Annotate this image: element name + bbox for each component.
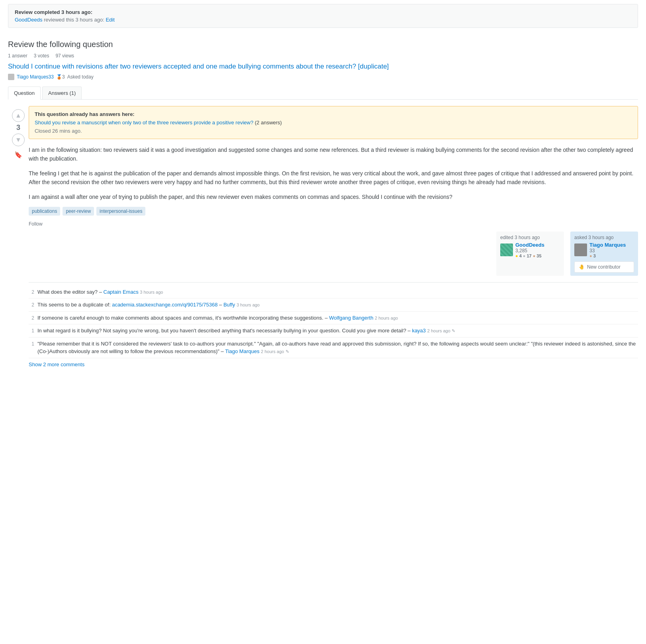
comment-vote-1: 2	[29, 288, 34, 296]
comment-edit-4[interactable]: ✎	[452, 328, 455, 333]
new-contributor-label: New contributor	[587, 264, 621, 270]
comment-vote-5: 1	[29, 340, 34, 355]
comment-3: 2 If someone is careful enough to make c…	[29, 312, 638, 325]
asked-user-info: Tiago Marques 33 ●3	[589, 242, 626, 258]
asked-avatar	[574, 243, 587, 256]
tab-answers[interactable]: Answers (1)	[42, 86, 82, 99]
question-meta: 1 answer 3 votes 97 views	[8, 53, 638, 59]
comments-section: 2 What does the editor say? – Captain Em…	[29, 282, 638, 367]
duplicate-notice: This question already has answers here: …	[29, 106, 638, 139]
comment-body-5: "Please remember that it is NOT consider…	[37, 340, 638, 355]
tag-peer-review[interactable]: peer-review	[63, 207, 94, 216]
tabs: Question Answers (1)	[8, 86, 638, 100]
gold-badge-icon: ●	[515, 253, 518, 258]
asker-bronze: 🥉3	[56, 74, 65, 80]
main-post-area: ▲ 3 ▼ 🔖 This question already has answer…	[8, 106, 638, 367]
comment-body-2: This seems to be a duplicate of: academi…	[37, 301, 638, 309]
asked-bronze-badge-icon: ●	[589, 253, 592, 258]
new-contributor-icon: 🤚	[579, 264, 585, 270]
tags: publications peer-review interpersonal-i…	[29, 207, 638, 216]
comment-body-4: In what regard is it bullying? Not sayin…	[37, 327, 638, 335]
view-count: 97 views	[55, 53, 74, 59]
comment-vote-2: 2	[29, 301, 34, 309]
asker-name-link[interactable]: Tiago Marques33	[17, 74, 54, 80]
review-banner-detail: GoodDeeds reviewed this 3 hours ago: Edi…	[15, 17, 631, 23]
comment-link-2[interactable]: academia.stackexchange.com/q/90175/75368	[112, 302, 217, 308]
tag-interpersonal-issues[interactable]: interpersonal-issues	[96, 207, 145, 216]
duplicate-notice-link-row: Should you revise a manuscript when only…	[35, 120, 632, 126]
asked-action: asked 3 hours ago	[574, 235, 634, 240]
edited-rep-value: 3,285	[515, 248, 527, 253]
asker-rep: 33	[49, 74, 54, 80]
comment-2: 2 This seems to be a duplicate of: acade…	[29, 298, 638, 312]
post-para-3: I am against a wall after one year of tr…	[29, 192, 638, 201]
review-detail-middle: reviewed this 3 hours ago:	[44, 17, 106, 23]
page-content: Review the following question 1 answer 3…	[0, 32, 646, 375]
show-more-comments[interactable]: Show 2 more comments	[29, 361, 638, 367]
closed-info: Closed 26 mins ago.	[35, 128, 632, 134]
post-signatures: edited 3 hours ago GoodDeeds 3,285 ●4 ●1…	[29, 232, 638, 276]
asked-sig-box: asked 3 hours ago Tiago Marques 33 ●3	[570, 232, 638, 276]
edited-user-info: GoodDeeds 3,285 ●4 ●17 ●35	[515, 242, 544, 258]
bronze-badge-icon: ●	[533, 253, 536, 258]
upvote-button[interactable]: ▲	[12, 109, 25, 122]
comment-body-1: What does the editor say? – Captain Emac…	[37, 288, 638, 296]
post-vote-count: 3	[16, 124, 20, 132]
asker-name: Tiago Marques	[17, 74, 49, 80]
comment-4: 1 In what regard is it bullying? Not say…	[29, 324, 638, 338]
asker-avatar	[8, 74, 14, 80]
comment-vote-3: 2	[29, 314, 34, 322]
silver-badge-icon: ●	[523, 253, 526, 258]
comment-author-5[interactable]: Tiago Marques	[225, 348, 259, 354]
vote-column: ▲ 3 ▼ 🔖	[8, 106, 29, 367]
post-actions: Follow	[29, 221, 638, 227]
post-para-2: The feeling I get that he is against the…	[29, 169, 638, 187]
asked-badges: ●3	[589, 253, 626, 258]
asked-user-link[interactable]: Tiago Marques	[589, 242, 626, 248]
review-banner: Review completed 3 hours ago: GoodDeeds …	[8, 4, 638, 28]
new-contributor-badge: 🤚 New contributor	[574, 261, 634, 273]
tag-publications[interactable]: publications	[29, 207, 60, 216]
post-para-1: I am in the following situation: two rev…	[29, 145, 638, 163]
comment-author-4[interactable]: kaya3	[412, 328, 426, 334]
asked-rep-value: 33	[589, 248, 595, 253]
asker-info: Tiago Marques33 🥉3 Asked today	[8, 74, 638, 80]
reviewer-link[interactable]: GoodDeeds	[15, 17, 42, 23]
edited-action: edited 3 hours ago	[500, 235, 560, 240]
edited-sig-box: edited 3 hours ago GoodDeeds 3,285 ●4 ●1…	[496, 232, 564, 276]
comment-edit-5[interactable]: ✎	[286, 349, 289, 354]
comment-author-1[interactable]: Captain Emacs	[104, 289, 139, 295]
follow-link[interactable]: Follow	[29, 221, 43, 227]
tab-question[interactable]: Question	[8, 86, 41, 100]
duplicate-notice-title: This question already has answers here:	[35, 111, 632, 117]
review-action-link[interactable]: Edit	[106, 17, 114, 23]
edited-user-link[interactable]: GoodDeeds	[515, 242, 544, 248]
edited-badges: ●4 ●17 ●35	[515, 253, 544, 258]
post-body: I am in the following situation: two rev…	[29, 145, 638, 201]
comment-author-3[interactable]: Wolfgang Bangerth	[329, 315, 373, 321]
comment-1: 2 What does the editor say? – Captain Em…	[29, 286, 638, 299]
duplicate-link[interactable]: Should you revise a manuscript when only…	[35, 120, 253, 126]
downvote-button[interactable]: ▼	[12, 134, 25, 146]
asked-rep: 33 ●3	[589, 248, 626, 258]
asked-user: Tiago Marques 33 ●3	[574, 242, 634, 258]
duplicate-suffix: (2 answers)	[253, 120, 282, 126]
post-content: This question already has answers here: …	[29, 106, 638, 367]
bookmark-button[interactable]: 🔖	[14, 151, 22, 159]
question-title-link[interactable]: Should I continue with revisions after t…	[8, 63, 638, 71]
vote-count-meta: 3 votes	[34, 53, 49, 59]
comment-5: 1 "Please remember that it is NOT consid…	[29, 338, 638, 358]
comment-author-2[interactable]: Buffy	[223, 302, 235, 308]
edited-avatar	[500, 243, 513, 256]
edited-rep: 3,285 ●4 ●17 ●35	[515, 248, 544, 258]
comment-body-3: If someone is careful enough to make com…	[37, 314, 638, 322]
page-title: Review the following question	[8, 40, 638, 49]
review-banner-title: Review completed 3 hours ago:	[15, 9, 631, 15]
edited-user: GoodDeeds 3,285 ●4 ●17 ●35	[500, 242, 560, 258]
asked-time: Asked today	[67, 74, 94, 80]
comment-vote-4: 1	[29, 327, 34, 335]
answer-count: 1 answer	[8, 53, 27, 59]
